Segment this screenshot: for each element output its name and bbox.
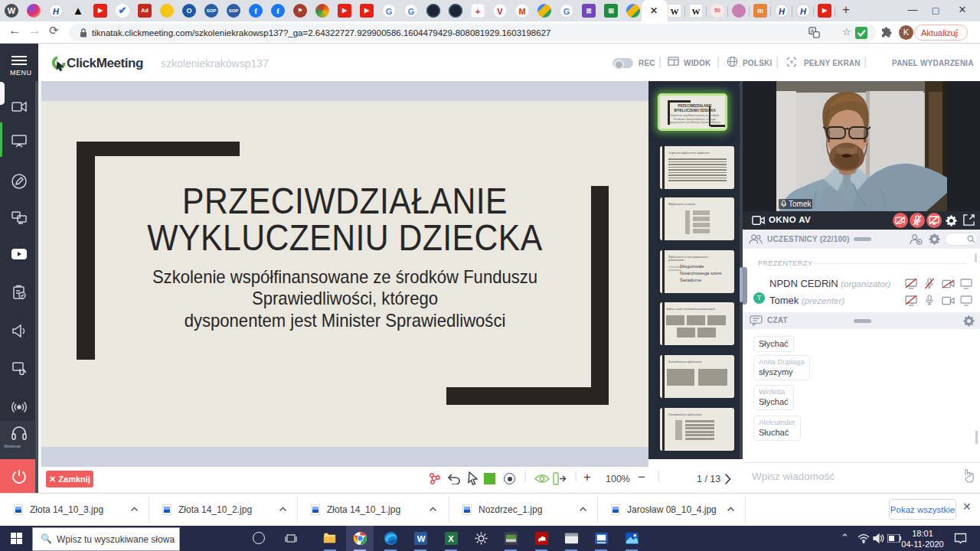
svg-text:Tomek: Tomek [789, 200, 812, 208]
svg-text:A: A [811, 28, 815, 34]
svg-text:W: W [417, 534, 426, 543]
svg-text:X: X [448, 534, 454, 543]
